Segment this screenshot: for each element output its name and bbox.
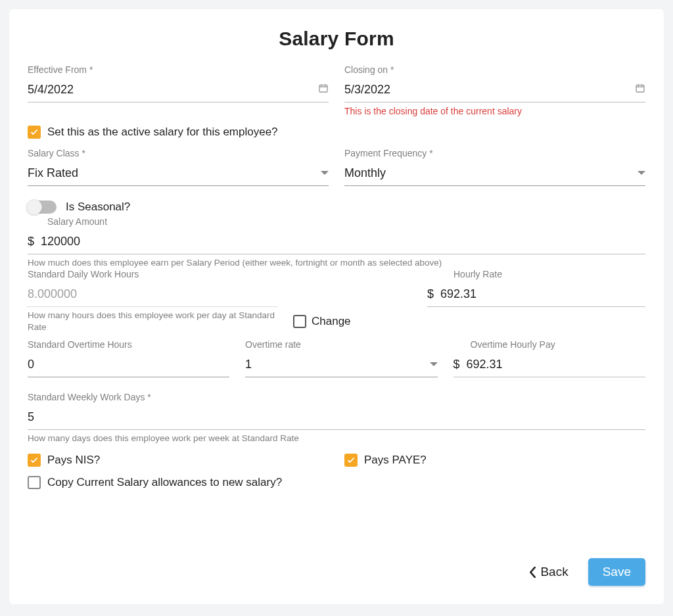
salary-class-select[interactable]: Fix Rated — [28, 161, 329, 186]
pays-paye-checkbox[interactable] — [344, 454, 358, 467]
chevron-left-icon — [529, 567, 536, 578]
back-button[interactable]: Back — [521, 561, 576, 583]
is-seasonal-label: Is Seasonal? — [66, 201, 130, 214]
save-button[interactable]: Save — [588, 558, 645, 586]
copy-allowances-checkbox[interactable] — [28, 476, 41, 489]
pays-nis-label: Pays NIS? — [47, 454, 100, 467]
currency-prefix: $ — [427, 287, 434, 301]
hourly-rate-field[interactable]: $ — [427, 282, 645, 307]
chevron-down-icon — [638, 171, 645, 175]
std-overtime-hours-label: Standard Overtime Hours — [28, 339, 229, 350]
std-daily-hours-field[interactable] — [28, 282, 277, 307]
payment-frequency-label: Payment Frequency * — [344, 148, 645, 158]
is-seasonal-toggle[interactable] — [28, 201, 57, 214]
salary-class-value: Fix Rated — [28, 166, 315, 180]
salary-amount-input[interactable] — [41, 232, 645, 251]
std-weekly-days-field[interactable] — [28, 405, 645, 430]
chevron-down-icon — [321, 171, 329, 175]
closing-on-label: Closing on * — [344, 64, 645, 75]
std-weekly-days-help: How many days does this employee work pe… — [28, 433, 645, 444]
closing-on-field[interactable] — [344, 78, 645, 103]
salary-amount-field[interactable]: $ — [28, 229, 645, 254]
svg-rect-0 — [319, 85, 327, 92]
pays-nis-checkbox[interactable] — [28, 454, 41, 467]
overtime-rate-select[interactable]: 1 — [245, 352, 437, 377]
closing-on-help: This is the closing date of the current … — [344, 105, 645, 118]
copy-allowances-label: Copy Current Salary allowances to new sa… — [47, 476, 282, 489]
std-daily-hours-input[interactable] — [28, 285, 277, 304]
active-salary-label: Set this as the active salary for this e… — [47, 126, 278, 139]
change-checkbox[interactable] — [293, 315, 306, 328]
std-overtime-hours-input[interactable] — [28, 355, 229, 374]
salary-class-label: Salary Class * — [28, 148, 329, 158]
std-daily-hours-label: Standard Daily Work Hours — [28, 269, 277, 279]
salary-amount-help: How much does this employee earn per Sal… — [28, 257, 645, 269]
overtime-hourly-pay-input[interactable] — [467, 355, 645, 374]
chevron-down-icon — [430, 362, 438, 366]
hourly-rate-input[interactable] — [440, 285, 645, 304]
active-salary-checkbox[interactable] — [28, 126, 41, 139]
std-overtime-hours-field[interactable] — [28, 352, 229, 377]
payment-frequency-value: Monthly — [344, 166, 632, 180]
effective-from-label: Effective From * — [28, 64, 329, 75]
std-weekly-days-label: Standard Weekly Work Days * — [28, 392, 645, 402]
currency-prefix: $ — [453, 358, 460, 371]
page-title: Salary Form — [28, 28, 645, 50]
payment-frequency-select[interactable]: Monthly — [344, 161, 645, 186]
overtime-rate-label: Overtime rate — [245, 339, 437, 350]
std-weekly-days-input[interactable] — [28, 408, 645, 427]
closing-on-input[interactable] — [344, 80, 630, 99]
overtime-hourly-pay-label: Overtime Hourly Pay — [471, 339, 645, 350]
effective-from-input[interactable] — [28, 80, 313, 99]
overtime-hourly-pay-field[interactable]: $ — [453, 352, 645, 377]
effective-from-field[interactable] — [28, 78, 329, 103]
calendar-icon[interactable] — [313, 83, 329, 97]
overtime-rate-value: 1 — [245, 358, 424, 371]
change-label: Change — [312, 315, 351, 328]
pays-paye-label: Pays PAYE? — [364, 454, 427, 467]
svg-rect-1 — [636, 85, 644, 92]
calendar-icon[interactable] — [630, 83, 645, 97]
salary-amount-label: Salary Amount — [47, 216, 645, 227]
back-label: Back — [540, 565, 568, 579]
std-daily-hours-help: How many hours does this employee work p… — [28, 310, 277, 333]
currency-prefix: $ — [28, 235, 34, 249]
hourly-rate-label: Hourly Rate — [453, 269, 645, 279]
